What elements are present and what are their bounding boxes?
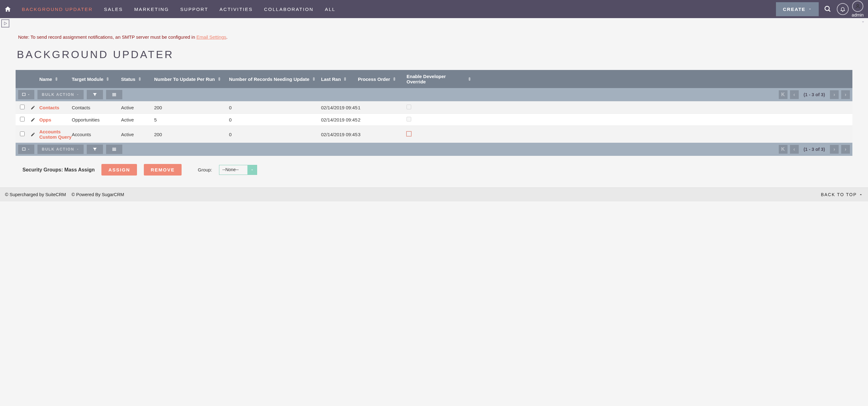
row-name-link[interactable]: Accounts Custom Query bbox=[39, 129, 71, 140]
row-num-update: 200 bbox=[154, 132, 229, 137]
note-suffix: . bbox=[226, 34, 227, 40]
select-all-toggle[interactable] bbox=[18, 145, 34, 154]
play-icon[interactable] bbox=[1, 19, 9, 28]
page-next-button[interactable]: › bbox=[830, 145, 839, 154]
note-text: Note: To send record assignment notifica… bbox=[18, 34, 196, 40]
row-need: 0 bbox=[229, 117, 321, 122]
notifications-icon[interactable] bbox=[837, 3, 849, 15]
topnav-right: CREATE admin bbox=[776, 1, 864, 18]
search-icon[interactable] bbox=[822, 3, 834, 15]
expand-caret-icon[interactable] bbox=[861, 19, 866, 24]
top-navbar: BACKGROUND UPDATER SALES MARKETING SUPPO… bbox=[0, 0, 868, 18]
sort-icon[interactable]: ⇕ bbox=[106, 77, 110, 82]
filter-icon[interactable] bbox=[87, 145, 103, 154]
bulk-action-button[interactable]: BULK ACTION bbox=[37, 90, 84, 99]
nav-collaboration[interactable]: COLLABORATION bbox=[258, 6, 319, 12]
row-checkbox[interactable] bbox=[20, 105, 25, 109]
page-next-button[interactable]: › bbox=[830, 90, 839, 99]
email-settings-link[interactable]: Email Settings bbox=[196, 34, 226, 40]
row-last-ran: 02/14/2019 09:45 bbox=[321, 132, 358, 137]
row-name-link[interactable]: Contacts bbox=[39, 105, 59, 110]
edit-icon[interactable] bbox=[31, 132, 39, 137]
data-table: Name⇕ Target Module⇕ Status⇕ Number To U… bbox=[16, 70, 852, 156]
nav-marketing[interactable]: MARKETING bbox=[128, 6, 175, 12]
col-dev-override: Enable Developer Override bbox=[407, 74, 465, 84]
edit-icon[interactable] bbox=[31, 105, 39, 110]
mass-assign-area: Security Groups: Mass Assign ASSIGN REMO… bbox=[16, 156, 852, 179]
nav-activities[interactable]: ACTIVITIES bbox=[214, 6, 259, 12]
row-num-update: 200 bbox=[154, 105, 229, 110]
user-label: admin bbox=[852, 12, 864, 18]
create-button[interactable]: CREATE bbox=[776, 2, 819, 16]
nav-background-updater[interactable]: BACKGROUND UPDATER bbox=[16, 6, 98, 12]
svg-rect-8 bbox=[112, 149, 116, 150]
row-num-update: 5 bbox=[154, 117, 229, 122]
row-last-ran: 02/14/2019 09:45 bbox=[321, 105, 358, 110]
filter-icon[interactable] bbox=[87, 90, 103, 99]
sort-icon[interactable]: ⇕ bbox=[468, 77, 471, 82]
content: Note: To send record assignment notifica… bbox=[0, 28, 868, 187]
nav-support[interactable]: SUPPORT bbox=[175, 6, 214, 12]
caret-down-icon bbox=[247, 165, 257, 175]
sort-icon[interactable]: ⇕ bbox=[55, 77, 58, 82]
smtp-note: Note: To send record assignment notifica… bbox=[18, 34, 852, 40]
page-range: (1 - 3 of 3) bbox=[801, 92, 828, 97]
back-to-top-button[interactable]: BACK TO TOP bbox=[821, 192, 863, 197]
row-status: Active bbox=[121, 132, 154, 137]
bulk-action-button[interactable]: BULK ACTION bbox=[37, 145, 84, 154]
user-icon bbox=[852, 1, 863, 12]
sort-icon[interactable]: ⇕ bbox=[393, 77, 396, 82]
sort-icon[interactable]: ⇕ bbox=[312, 77, 316, 82]
table-toolbar-top: BULK ACTION K ‹ (1 - 3 of 3) › › bbox=[16, 88, 852, 101]
col-status: Status bbox=[121, 77, 135, 82]
row-name-link[interactable]: Opps bbox=[39, 117, 51, 122]
svg-rect-4 bbox=[112, 94, 116, 95]
group-select-value: --None-- bbox=[219, 165, 247, 175]
columns-icon[interactable] bbox=[106, 145, 122, 154]
svg-point-0 bbox=[825, 6, 829, 10]
page-last-button[interactable]: › bbox=[841, 90, 850, 99]
svg-rect-3 bbox=[112, 93, 116, 94]
assign-button[interactable]: ASSIGN bbox=[101, 164, 137, 175]
sort-icon[interactable]: ⇕ bbox=[343, 77, 347, 82]
row-dev-override bbox=[407, 132, 411, 136]
row-need: 0 bbox=[229, 132, 321, 137]
svg-rect-6 bbox=[23, 148, 25, 150]
table-row: Opps Opportunities Active 5 0 02/14/2019… bbox=[16, 113, 852, 125]
row-checkbox[interactable] bbox=[20, 132, 25, 136]
page-prev-button[interactable]: ‹ bbox=[790, 90, 799, 99]
row-order: 1 bbox=[358, 105, 407, 110]
svg-point-1 bbox=[857, 4, 859, 6]
remove-button[interactable]: REMOVE bbox=[144, 164, 182, 175]
group-select[interactable]: --None-- bbox=[219, 165, 257, 175]
row-target: Accounts bbox=[72, 132, 121, 137]
nav-sales[interactable]: SALES bbox=[98, 6, 128, 12]
table-head: Name⇕ Target Module⇕ Status⇕ Number To U… bbox=[16, 70, 852, 88]
select-all-toggle[interactable] bbox=[18, 90, 34, 99]
col-last-ran: Last Ran bbox=[321, 77, 341, 82]
col-name: Name bbox=[39, 77, 52, 82]
home-icon[interactable] bbox=[4, 6, 11, 12]
page-prev-button[interactable]: ‹ bbox=[790, 145, 799, 154]
svg-rect-5 bbox=[112, 95, 116, 96]
page-last-button[interactable]: › bbox=[841, 145, 850, 154]
page-first-button[interactable]: K bbox=[779, 90, 787, 99]
page-range: (1 - 3 of 3) bbox=[801, 147, 828, 152]
sort-icon[interactable]: ⇕ bbox=[138, 77, 142, 82]
page-first-button[interactable]: K bbox=[779, 145, 787, 154]
row-last-ran: 02/14/2019 09:45 bbox=[321, 117, 358, 122]
row-checkbox[interactable] bbox=[20, 117, 25, 121]
sub-toolbar bbox=[0, 18, 868, 28]
group-label: Group: bbox=[198, 167, 212, 172]
svg-rect-9 bbox=[112, 150, 116, 151]
nav-all[interactable]: ALL bbox=[319, 6, 341, 12]
row-need: 0 bbox=[229, 105, 321, 110]
row-target: Opportunities bbox=[72, 117, 121, 122]
columns-icon[interactable] bbox=[106, 90, 122, 99]
row-order: 3 bbox=[358, 132, 407, 137]
col-need: Number of Records Needing Update bbox=[229, 77, 310, 82]
sort-icon[interactable]: ⇕ bbox=[217, 77, 221, 82]
edit-icon[interactable] bbox=[31, 117, 39, 122]
col-num-update: Number To Update Per Run bbox=[154, 77, 215, 82]
user-menu[interactable]: admin bbox=[852, 1, 864, 18]
